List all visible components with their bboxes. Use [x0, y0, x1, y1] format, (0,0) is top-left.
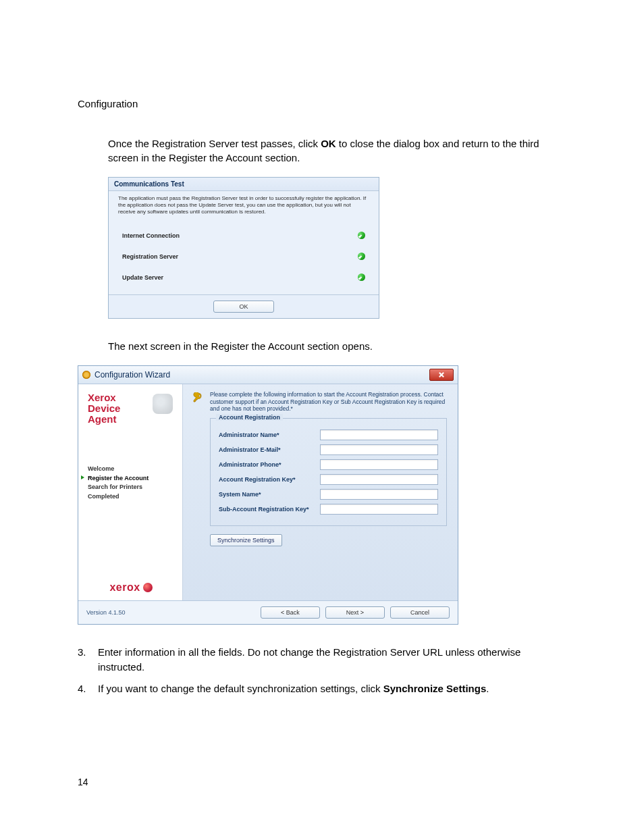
field-label: Sub-Account Registration Key*	[219, 506, 320, 513]
communications-test-dialog: Communications Test The application must…	[108, 177, 379, 319]
wizard-titlebar: Configuration Wizard	[78, 366, 458, 384]
wizard-step-completed: Completed	[88, 492, 174, 502]
xerox-device-agent-logo: Xerox Device Agent	[88, 392, 174, 424]
configuration-wizard-dialog: Configuration Wizard Xerox Device Agent …	[78, 365, 458, 625]
test-label: Update Server	[122, 274, 163, 281]
step-label: Register the Account	[88, 475, 149, 481]
test-row-internet: Internet Connection	[118, 225, 369, 246]
check-pass-icon	[358, 253, 365, 260]
step-number: 3.	[78, 645, 98, 675]
text: Once the Registration Server test passes…	[108, 138, 321, 149]
field-admin-name: Administrator Name*	[219, 429, 438, 440]
wizard-footer: Version 4.1.50 < Back Next > Cancel	[78, 600, 458, 624]
text: If you want to change the default synchr…	[98, 683, 383, 694]
para-next-screen: The next screen in the Register the Acco…	[108, 339, 566, 353]
field-label: Account Registration Key*	[219, 476, 320, 483]
logo-line: Agent	[88, 414, 174, 425]
xerox-sphere-icon	[143, 583, 153, 592]
para-close-dialog: Once the Registration Server test passes…	[108, 136, 566, 165]
ok-bold: OK	[321, 138, 336, 149]
instruction-list: 3. Enter information in all the fields. …	[78, 645, 566, 696]
instruction-step-3: 3. Enter information in all the fields. …	[78, 645, 566, 675]
admin-phone-input[interactable]	[320, 459, 438, 470]
key-icon	[192, 392, 203, 403]
next-button[interactable]: Next >	[325, 606, 385, 619]
subaccount-key-input[interactable]	[320, 504, 438, 515]
instruction-step-4: 4. If you want to change the default syn…	[78, 681, 566, 696]
account-key-input[interactable]	[320, 474, 438, 485]
admin-name-input[interactable]	[320, 429, 438, 440]
ok-button[interactable]: OK	[213, 301, 274, 313]
gear-icon	[82, 371, 90, 379]
field-admin-phone: Administrator Phone*	[219, 459, 438, 470]
field-label: Administrator Phone*	[219, 461, 320, 468]
wizard-step-register: Register the Account	[88, 474, 174, 484]
back-button[interactable]: < Back	[261, 606, 320, 619]
close-button[interactable]	[429, 369, 454, 381]
check-pass-icon	[358, 273, 365, 281]
field-subaccount-key: Sub-Account Registration Key*	[219, 504, 438, 515]
text: .	[486, 683, 489, 694]
wizard-step-list: Welcome Register the Account Search for …	[88, 465, 174, 501]
group-legend: Account Registration	[216, 414, 283, 421]
synchronize-settings-button[interactable]: Synchronize Settings	[210, 534, 282, 546]
field-system-name: System Name*	[219, 489, 438, 500]
current-step-arrow-icon	[81, 475, 84, 479]
system-name-input[interactable]	[320, 489, 438, 500]
version-label: Version 4.1.50	[86, 609, 126, 616]
admin-email-input[interactable]	[320, 444, 438, 455]
field-label: Administrator E-Mail*	[219, 446, 320, 453]
field-admin-email: Administrator E-Mail*	[219, 444, 438, 455]
field-label: System Name*	[219, 491, 320, 498]
account-registration-group: Account Registration Administrator Name*…	[210, 418, 447, 526]
cancel-button[interactable]: Cancel	[390, 606, 450, 619]
step-text: If you want to change the default synchr…	[98, 681, 566, 696]
field-label: Administrator Name*	[219, 432, 320, 438]
wizard-main-panel: Please complete the following informatio…	[183, 384, 458, 600]
brand-text: xerox	[109, 581, 140, 594]
dialog-description: The application must pass the Registrati…	[118, 195, 369, 215]
xerox-brand: xerox	[88, 581, 174, 594]
wizard-step-search: Search for Printers	[88, 483, 174, 492]
sync-bold: Synchronize Settings	[383, 683, 487, 694]
field-account-key: Account Registration Key*	[219, 474, 438, 485]
test-label: Registration Server	[122, 253, 178, 260]
page-number: 14	[78, 777, 566, 787]
test-row-update: Update Server	[118, 267, 369, 288]
wizard-instruction: Please complete the following informatio…	[210, 391, 447, 413]
dialog-title: Communications Test	[109, 178, 379, 190]
wizard-sidebar: Xerox Device Agent Welcome Register the …	[78, 384, 183, 600]
wizard-step-welcome: Welcome	[88, 465, 174, 474]
test-row-registration: Registration Server	[118, 246, 369, 267]
step-number: 4.	[78, 681, 98, 696]
wizard-title: Configuration Wizard	[95, 370, 170, 380]
check-pass-icon	[358, 232, 365, 239]
section-header: Configuration	[78, 98, 566, 109]
logo-graphic-icon	[153, 394, 173, 414]
step-text: Enter information in all the fields. Do …	[98, 645, 566, 675]
test-label: Internet Connection	[122, 232, 180, 239]
